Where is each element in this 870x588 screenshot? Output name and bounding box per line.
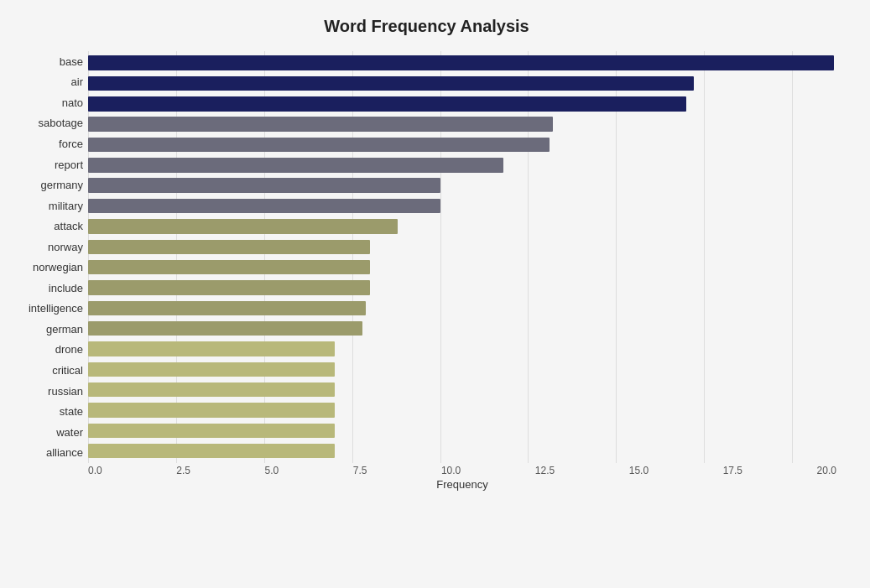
bar xyxy=(88,117,553,132)
bar-row xyxy=(88,441,845,461)
bar xyxy=(88,219,398,234)
bar-row xyxy=(88,380,845,400)
y-label: sabotage xyxy=(8,113,83,134)
chart-title: Word Frequency Analysis xyxy=(8,17,845,36)
bar-row xyxy=(88,278,845,298)
bar-row xyxy=(88,53,845,73)
bar-row xyxy=(88,155,845,175)
bars-and-grid xyxy=(88,51,845,463)
bar xyxy=(88,199,440,214)
bar-row xyxy=(88,298,845,318)
bar-row xyxy=(88,175,845,195)
bar-row xyxy=(88,114,845,134)
bar-row xyxy=(88,94,845,114)
x-ticks: 0.02.55.07.510.012.515.017.520.0 xyxy=(88,465,836,476)
bar-row xyxy=(88,420,845,440)
bar xyxy=(88,403,335,418)
y-label: alliance xyxy=(8,442,83,463)
y-label: german xyxy=(8,319,83,340)
bar xyxy=(88,158,503,173)
y-label: drone xyxy=(8,340,83,361)
y-label: base xyxy=(8,51,83,72)
bar-row xyxy=(88,318,845,338)
bar xyxy=(88,55,834,70)
bar-row xyxy=(88,73,845,93)
bar xyxy=(88,260,370,275)
y-label: attack xyxy=(8,216,83,237)
bar xyxy=(88,341,335,356)
bar xyxy=(88,138,550,153)
bar xyxy=(88,240,370,255)
bar-row xyxy=(88,257,845,277)
bar xyxy=(88,96,686,112)
y-label: russian xyxy=(8,381,83,402)
x-tick: 20.0 xyxy=(817,465,836,476)
x-tick: 12.5 xyxy=(535,465,555,476)
x-tick: 15.0 xyxy=(629,465,649,476)
bar xyxy=(88,424,335,439)
y-label: critical xyxy=(8,360,83,381)
y-label: water xyxy=(8,422,83,443)
x-axis-label: Frequency xyxy=(88,478,836,491)
bar xyxy=(88,321,362,336)
y-label: force xyxy=(8,133,83,154)
y-label: germany xyxy=(8,174,83,195)
y-label: include xyxy=(8,278,83,299)
bar-row xyxy=(88,339,845,359)
y-label: nato xyxy=(8,92,83,113)
x-tick: 2.5 xyxy=(176,465,190,476)
bar-row xyxy=(88,237,845,257)
y-label: intelligence xyxy=(8,299,83,320)
bar xyxy=(88,382,335,398)
bar xyxy=(88,444,335,459)
bar xyxy=(88,280,370,295)
y-label: norway xyxy=(8,237,83,258)
y-label: military xyxy=(8,195,83,216)
x-tick: 17.5 xyxy=(723,465,742,476)
bar-row xyxy=(88,134,845,154)
x-tick: 0.0 xyxy=(88,465,102,476)
y-label: state xyxy=(8,401,83,422)
chart-container: Word Frequency Analysis baseairnatosabot… xyxy=(0,0,870,588)
bar xyxy=(88,76,694,91)
bar-row xyxy=(88,400,845,420)
x-tick: 10.0 xyxy=(441,465,461,476)
bar-row xyxy=(88,359,845,379)
y-labels: baseairnatosabotageforcereportgermanymil… xyxy=(8,51,88,463)
chart-area: baseairnatosabotageforcereportgermanymil… xyxy=(8,51,845,463)
x-tick: 5.0 xyxy=(264,465,279,476)
bar xyxy=(88,362,335,377)
bar-row xyxy=(88,195,845,216)
y-label: air xyxy=(8,72,83,93)
y-label: report xyxy=(8,154,83,175)
bar xyxy=(88,301,366,316)
bar xyxy=(88,178,440,193)
bar-row xyxy=(88,216,845,237)
bars-wrapper xyxy=(88,51,845,463)
x-tick: 7.5 xyxy=(353,465,367,476)
y-label: norwegian xyxy=(8,257,83,278)
